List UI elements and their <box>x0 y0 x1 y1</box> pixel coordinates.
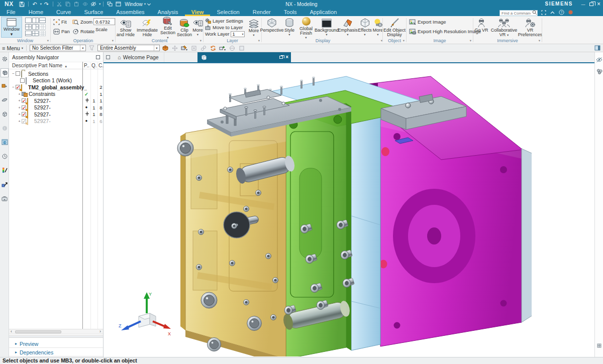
layer-group-launcher-icon[interactable]: ▾ <box>258 39 260 43</box>
navigator-column-header[interactable]: Descriptive Part Name ▲ P.. Q. C... <box>9 62 103 69</box>
graphics-viewport[interactable]: Y Z X <box>104 62 594 357</box>
constraint-navigator-tab-icon[interactable] <box>1 82 8 89</box>
tree-row-section1[interactable]: Section 1 (Work) <box>9 77 103 84</box>
tree-row-component-3[interactable]: + ✓ 52927- 1 8 <box>9 111 103 118</box>
switch-window-icon[interactable] <box>106 1 114 8</box>
component-set-icon[interactable] <box>596 68 602 75</box>
background-button[interactable]: Background▾ <box>315 17 338 38</box>
tab-home[interactable]: Home <box>22 8 50 16</box>
tab-file[interactable]: File <box>0 8 22 16</box>
content-group-launcher-icon[interactable]: ▾ <box>200 39 202 43</box>
show-and-hide-button[interactable]: Show and Hide <box>116 17 135 38</box>
tab-restore-icon[interactable] <box>279 56 283 59</box>
layer-settings-button[interactable]: Layer Settings <box>205 18 243 24</box>
tab-view[interactable]: View <box>185 8 211 16</box>
window-group-launcher-icon[interactable]: ▾ <box>47 39 49 43</box>
fullscreen-icon[interactable] <box>540 9 547 16</box>
display-more-button[interactable]: More▾ <box>372 17 383 38</box>
edit-section-button[interactable]: Edit Section ▾ <box>159 17 176 38</box>
tab-analysis[interactable]: Analysis <box>151 8 185 16</box>
layout-vsplit-icon[interactable] <box>32 18 39 23</box>
collaborative-vr-button[interactable]: Collaborative VR ▾ <box>489 17 519 38</box>
immediate-hide-button[interactable]: Immediate Hide <box>136 17 158 38</box>
tab-tools[interactable]: Tools <box>277 8 304 16</box>
menu-button[interactable]: ≡ Menu ▾ <box>2 45 23 51</box>
zoom-button[interactable]: Zoom <box>72 19 92 25</box>
window-menu-dropdown-icon[interactable]: ▾ <box>144 2 146 6</box>
tab-close-icon[interactable]: × <box>285 55 288 60</box>
assembly-navigator-tab-icon[interactable] <box>1 68 9 77</box>
measure-tab-icon[interactable] <box>1 181 8 188</box>
window-button[interactable]: Window▾ <box>1 17 22 38</box>
edit-component-icon[interactable]: ▾ <box>181 45 188 52</box>
tree-row-component-1[interactable]: + ✓ 52927- 1 1 <box>9 97 103 104</box>
layout-left-split-icon[interactable] <box>32 24 39 30</box>
fit-button[interactable]: Fit <box>53 19 67 25</box>
3d-model[interactable] <box>170 65 532 356</box>
window-menu-label[interactable]: Window <box>125 2 143 7</box>
undo-dropdown-icon[interactable]: ▾ <box>40 2 42 6</box>
save-icon[interactable] <box>18 1 26 8</box>
active-part-tab[interactable]: × <box>197 52 291 62</box>
effects-button[interactable]: Effects▾ <box>357 17 372 38</box>
toolbox-tab-icon[interactable] <box>1 195 8 202</box>
dock-page-icon[interactable] <box>106 55 110 59</box>
work-layer-combo[interactable]: 1▾ <box>231 31 245 37</box>
tree-row-component-2[interactable]: + ✓ 52927- ● 1 8 <box>9 104 103 111</box>
global-finish-button[interactable]: Global Finish▾ <box>297 17 315 38</box>
image-group-launcher-icon[interactable]: ▾ <box>470 39 471 43</box>
welcome-page-tab[interactable]: ⌂ Welcome Page <box>113 52 164 62</box>
layout-quad-icon[interactable] <box>25 24 32 30</box>
minimize-button[interactable]: — <box>579 0 587 8</box>
perspective-button[interactable]: Perspective <box>262 17 282 38</box>
resource-settings-icon[interactable] <box>1 55 8 62</box>
show-hide-dropdown-icon[interactable]: ▾ <box>99 2 100 6</box>
navigator-window-icon[interactable] <box>96 55 100 59</box>
tab-render[interactable]: Render <box>246 8 277 16</box>
layout-hsplit-icon[interactable] <box>39 18 46 23</box>
scale-input[interactable]: 0.6732 <box>93 18 115 25</box>
find-command-box[interactable] <box>499 10 538 16</box>
tree-row-sections[interactable]: − Sections <box>9 70 103 77</box>
customize-qat-chevron-icon[interactable] <box>147 2 151 5</box>
help-icon[interactable]: ? <box>558 9 565 16</box>
preview-section[interactable]: ▸ Preview <box>9 340 103 348</box>
hscroll-thumb[interactable] <box>15 330 61 333</box>
panel-splitter[interactable] <box>9 335 103 338</box>
layout-quad2-icon[interactable] <box>32 31 39 36</box>
layer-more-button[interactable]: More▾ <box>247 17 261 39</box>
selection-filter-combo[interactable]: No Selection Filter▾ <box>30 45 86 51</box>
minimize-ribbon-icon[interactable] <box>549 9 556 16</box>
vr-preferences-button[interactable]: VR Preferences <box>519 17 542 38</box>
restore-button[interactable] <box>587 0 595 8</box>
show-hide-quick-icon[interactable] <box>90 1 97 8</box>
window-layout-icon[interactable] <box>115 1 122 8</box>
clip-section-button[interactable]: Clip Section <box>176 17 192 38</box>
tree-row-assembly[interactable]: − ✓ TM2_global_assembly_ 2 <box>9 84 103 91</box>
part-navigator-tab-icon[interactable] <box>1 96 8 103</box>
orientation-triad[interactable]: Y Z X <box>118 290 173 338</box>
user-presence-icon[interactable] <box>567 9 574 16</box>
snap-point-icon[interactable] <box>162 45 169 52</box>
web-browser-tab-icon[interactable] <box>1 139 8 146</box>
emphasis-button[interactable]: Emphasis▾ <box>338 17 357 38</box>
pan-button[interactable]: Pan <box>53 28 70 35</box>
layout-single-icon[interactable] <box>25 18 32 23</box>
navigator-hscrollbar[interactable]: ‹ › <box>9 329 103 334</box>
dependencies-section[interactable]: ▸ Dependencies <box>9 348 103 356</box>
tab-application[interactable]: Application <box>303 8 343 16</box>
selection-scope-combo[interactable]: Entire Assembly▾ <box>97 45 160 51</box>
undo-icon[interactable]: ↶ <box>31 1 39 8</box>
roles-tab-icon[interactable] <box>1 167 8 174</box>
tree-row-component-4[interactable]: + ✓ 52927- ● 1 6 <box>9 118 103 125</box>
history-tab-icon[interactable] <box>1 153 8 160</box>
reuse-library-tab-icon[interactable] <box>1 110 8 117</box>
tree-row-constraints[interactable]: + Constraints ✓ 1 <box>9 91 103 98</box>
style-button[interactable]: Style▾ <box>282 17 297 38</box>
tab-curve[interactable]: Curve <box>50 8 77 16</box>
immersive-group-launcher-icon[interactable]: ▾ <box>539 39 540 43</box>
dock-panel-icon[interactable] <box>593 45 601 52</box>
tab-assemblies[interactable]: Assemblies <box>110 8 151 16</box>
tab-surface[interactable]: Surface <box>77 8 110 16</box>
object-group-launcher-icon[interactable]: ▾ <box>403 39 405 43</box>
